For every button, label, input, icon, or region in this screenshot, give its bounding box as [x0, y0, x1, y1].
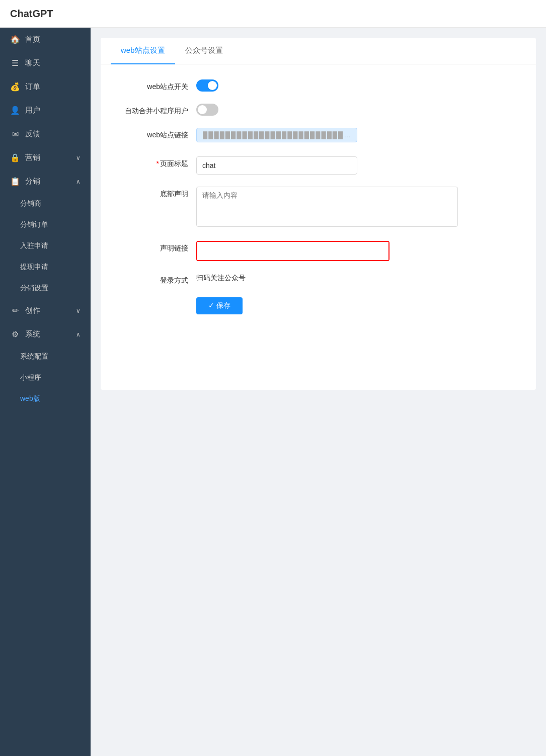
- login-method-label: 登录方式: [121, 273, 196, 285]
- sidebar-item-label: 反馈: [25, 129, 40, 139]
- chevron-up-icon: ∧: [76, 331, 81, 338]
- auto-merge-label: 自动合并小程序用户: [121, 104, 196, 116]
- sidebar-item-distribution[interactable]: 📋 分销 ∧: [0, 170, 91, 193]
- sidebar-item-system[interactable]: ⚙ 系统 ∧: [0, 322, 91, 346]
- sidebar-item-users[interactable]: 👤 用户: [0, 99, 91, 122]
- feedback-icon: ✉: [10, 129, 20, 139]
- sidebar-sub-label: 系统配置: [20, 352, 48, 361]
- sidebar-item-miniapp[interactable]: 小程序: [0, 367, 91, 388]
- sidebar-item-orders[interactable]: 💰 订单: [0, 75, 91, 99]
- sidebar-sub-label: web版: [20, 394, 40, 403]
- sidebar-sub-label: 分销商: [20, 199, 41, 208]
- page-title-label: *页面标题: [121, 156, 196, 169]
- sidebar-item-marketing[interactable]: 🔒 营销 ∨: [0, 146, 91, 170]
- toggle-thumb: [198, 105, 207, 114]
- marketing-icon: 🔒: [10, 153, 20, 162]
- declaration-link-control: [196, 241, 498, 261]
- sidebar-item-feedback[interactable]: ✉ 反馈: [0, 122, 91, 146]
- sidebar-item-web[interactable]: web版: [0, 388, 91, 409]
- required-star: *: [157, 159, 159, 167]
- sidebar-item-label: 创作: [25, 306, 40, 315]
- web-link-label: web站点链接: [121, 128, 196, 140]
- sidebar-sub-label: 小程序: [20, 373, 41, 382]
- content-card: web站点设置 公众号设置 web站点开关: [101, 38, 536, 390]
- tab-label: web站点设置: [121, 46, 165, 54]
- tab-public-settings[interactable]: 公众号设置: [175, 38, 233, 64]
- users-icon: 👤: [10, 106, 20, 115]
- web-switch-label: web站点开关: [121, 79, 196, 92]
- sidebar-item-label: 营销: [25, 153, 40, 162]
- sidebar-sub-label: 分销订单: [20, 220, 48, 229]
- sidebar: 🏠 首页 ☰ 聊天 💰 订单 👤 用户 ✉ 反馈 🔒 营销 ∨ 📋 分销 ∧: [0, 28, 91, 756]
- sidebar-item-join-apply[interactable]: 入驻申请: [0, 235, 91, 257]
- page-title-control: [196, 156, 498, 175]
- sidebar-item-home[interactable]: 🏠 首页: [0, 28, 91, 51]
- page-title-input[interactable]: [196, 156, 357, 175]
- chevron-down-icon: ∨: [76, 307, 81, 314]
- footer-textarea[interactable]: [196, 187, 458, 227]
- sidebar-item-label: 用户: [25, 106, 40, 115]
- declaration-link-input[interactable]: [197, 242, 388, 260]
- footer-label: 底部声明: [121, 187, 196, 199]
- home-icon: 🏠: [10, 35, 20, 44]
- declaration-link-row: 声明链接: [121, 241, 516, 261]
- auto-merge-row: 自动合并小程序用户: [121, 104, 516, 116]
- app-logo: ChatGPT: [10, 8, 53, 20]
- system-icon: ⚙: [10, 329, 20, 339]
- save-label: ✓ 保存: [208, 301, 230, 310]
- header: ChatGPT: [0, 0, 546, 28]
- web-switch-control: [196, 79, 498, 92]
- declaration-link-label: 声明链接: [121, 241, 196, 253]
- sidebar-item-label: 首页: [25, 35, 40, 44]
- web-switch-row: web站点开关: [121, 79, 516, 92]
- footer-control: [196, 187, 498, 229]
- login-method-value: 扫码关注公众号: [196, 273, 498, 283]
- sidebar-item-withdraw[interactable]: 提现申请: [0, 257, 91, 278]
- orders-icon: 💰: [10, 82, 20, 92]
- main-layout: 🏠 首页 ☰ 聊天 💰 订单 👤 用户 ✉ 反馈 🔒 营销 ∨ 📋 分销 ∧: [0, 28, 546, 756]
- sidebar-item-sys-config[interactable]: 系统配置: [0, 346, 91, 367]
- chat-icon: ☰: [10, 58, 20, 68]
- save-spacer: [121, 297, 196, 300]
- toggle-track: [196, 104, 218, 116]
- save-button[interactable]: ✓ 保存: [196, 297, 243, 314]
- sidebar-item-label: 分销: [25, 177, 40, 186]
- creation-icon: ✏: [10, 306, 20, 315]
- declaration-link-error-border: [196, 241, 389, 261]
- tab-label: 公众号设置: [185, 46, 223, 54]
- toggle-track: [196, 79, 218, 92]
- sidebar-item-label: 系统: [25, 329, 40, 339]
- tabs-bar: web站点设置 公众号设置: [101, 38, 536, 64]
- form-section: web站点开关 自动合并小程序用户: [101, 64, 536, 342]
- page-title-row: *页面标题: [121, 156, 516, 175]
- tab-web-settings[interactable]: web站点设置: [111, 38, 175, 64]
- web-link-value: ████████████████████████████: [196, 128, 357, 142]
- sidebar-item-creation[interactable]: ✏ 创作 ∨: [0, 299, 91, 322]
- sidebar-sub-label: 提现申请: [20, 263, 48, 272]
- save-row: ✓ 保存: [121, 297, 516, 314]
- sidebar-item-dist-orders[interactable]: 分销订单: [0, 214, 91, 235]
- sidebar-sub-label: 分销设置: [20, 284, 48, 293]
- login-method-text: 扫码关注公众号: [196, 271, 246, 282]
- toggle-thumb: [208, 81, 217, 90]
- save-control: ✓ 保存: [196, 297, 498, 314]
- chevron-down-icon: ∨: [76, 154, 81, 161]
- sidebar-item-label: 聊天: [25, 58, 40, 68]
- footer-row: 底部声明: [121, 187, 516, 229]
- web-link-row: web站点链接 ████████████████████████████: [121, 128, 516, 144]
- auto-merge-control: [196, 104, 498, 116]
- main-content: web站点设置 公众号设置 web站点开关: [91, 28, 546, 756]
- login-method-row: 登录方式 扫码关注公众号: [121, 273, 516, 285]
- sidebar-item-label: 订单: [25, 82, 40, 92]
- sidebar-item-chat[interactable]: ☰ 聊天: [0, 51, 91, 75]
- auto-merge-toggle[interactable]: [196, 104, 218, 116]
- sidebar-sub-label: 入驻申请: [20, 241, 48, 250]
- sidebar-item-distributor[interactable]: 分销商: [0, 193, 91, 214]
- distribution-icon: 📋: [10, 177, 20, 186]
- web-switch-toggle[interactable]: [196, 79, 218, 92]
- sidebar-item-dist-settings[interactable]: 分销设置: [0, 278, 91, 299]
- web-link-display: ████████████████████████████: [196, 128, 498, 144]
- chevron-up-icon: ∧: [76, 178, 81, 185]
